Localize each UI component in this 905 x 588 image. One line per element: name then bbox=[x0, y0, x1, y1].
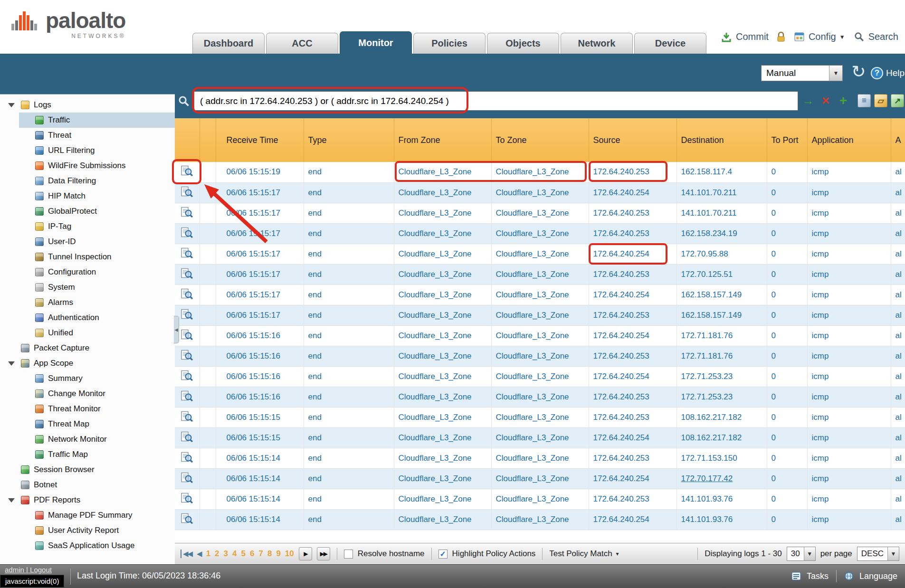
next-page-button[interactable]: ▶ bbox=[299, 547, 312, 560]
page-number-8[interactable]: 8 bbox=[267, 549, 272, 559]
log-detail-button[interactable] bbox=[175, 162, 200, 182]
sidebar-collapse-handle[interactable]: ◂ bbox=[174, 316, 179, 343]
cell-to-port[interactable]: 0 bbox=[767, 427, 807, 448]
tab-monitor[interactable]: Monitor bbox=[340, 31, 412, 54]
cell-source[interactable]: 172.64.240.254 bbox=[589, 244, 676, 264]
cell-destination[interactable]: 141.101.93.76 bbox=[676, 509, 767, 530]
cell-to-port[interactable]: 0 bbox=[767, 448, 807, 468]
page-number-4[interactable]: 4 bbox=[232, 549, 237, 559]
cell-type[interactable]: end bbox=[304, 448, 394, 468]
refresh-mode-select[interactable]: Manual ▼ bbox=[761, 65, 843, 81]
cell-to-port[interactable]: 0 bbox=[767, 387, 807, 407]
cell-application[interactable]: icmp bbox=[807, 489, 891, 509]
cell-to-zone[interactable]: Cloudflare_L3_Zone bbox=[491, 427, 589, 448]
cell-type[interactable]: end bbox=[304, 489, 394, 509]
cell-to-zone[interactable]: Cloudflare_L3_Zone bbox=[491, 509, 589, 530]
cell-action[interactable]: al bbox=[891, 264, 905, 285]
log-detail-button[interactable] bbox=[175, 387, 200, 407]
sidebar-item-threat[interactable]: Threat bbox=[0, 128, 175, 143]
column-header-destination[interactable]: Destination bbox=[676, 118, 767, 162]
log-filter-input[interactable] bbox=[194, 91, 798, 111]
per-page-select[interactable]: 30 ▼ bbox=[787, 547, 816, 561]
sidebar-item-system[interactable]: System bbox=[0, 280, 175, 295]
cell-to-port[interactable]: 0 bbox=[767, 366, 807, 387]
cell-action[interactable]: al bbox=[891, 223, 905, 244]
cell-to-zone[interactable]: Cloudflare_L3_Zone bbox=[491, 223, 589, 244]
sidebar-item-packet-capture[interactable]: Packet Capture bbox=[0, 341, 175, 356]
cell-to-zone[interactable]: Cloudflare_L3_Zone bbox=[491, 366, 589, 387]
cell-destination[interactable]: 172.71.181.76 bbox=[676, 346, 767, 366]
sidebar-item-session-browser[interactable]: Session Browser bbox=[0, 462, 175, 477]
expand-caret-icon[interactable] bbox=[8, 361, 15, 366]
cell-application[interactable]: icmp bbox=[807, 407, 891, 427]
cell-application[interactable]: icmp bbox=[807, 346, 891, 366]
cell-receive-time[interactable]: 06/06 15:15:17 bbox=[216, 182, 304, 203]
cell-receive-time[interactable]: 06/06 15:15:16 bbox=[216, 366, 304, 387]
cell-application[interactable]: icmp bbox=[807, 285, 891, 305]
cell-source[interactable]: 172.64.240.253 bbox=[589, 346, 676, 366]
cell-to-zone[interactable]: Cloudflare_L3_Zone bbox=[491, 244, 589, 264]
cell-receive-time[interactable]: 06/06 15:15:16 bbox=[216, 387, 304, 407]
sidebar-item-tunnel-inspection[interactable]: Tunnel Inspection bbox=[0, 249, 175, 265]
cell-source[interactable]: 172.64.240.253 bbox=[589, 223, 676, 244]
sidebar-item-traffic[interactable]: Traffic bbox=[0, 113, 175, 128]
page-number-10[interactable]: 10 bbox=[285, 549, 294, 559]
cell-to-zone[interactable]: Cloudflare_L3_Zone bbox=[491, 468, 589, 489]
save-filter-button[interactable]: ≡ bbox=[857, 94, 871, 107]
column-header-to-port[interactable]: To Port bbox=[767, 118, 807, 162]
cell-to-zone[interactable]: Cloudflare_L3_Zone bbox=[491, 325, 589, 346]
cell-application[interactable]: icmp bbox=[807, 223, 891, 244]
cell-receive-time[interactable]: 06/06 15:15:17 bbox=[216, 244, 304, 264]
column-header-to-zone[interactable]: To Zone bbox=[491, 118, 589, 162]
cell-destination[interactable]: 162.158.157.149 bbox=[676, 285, 767, 305]
cell-action[interactable]: al bbox=[891, 489, 905, 509]
cell-destination[interactable]: 108.162.217.182 bbox=[676, 407, 767, 427]
cell-to-zone[interactable]: Cloudflare_L3_Zone bbox=[491, 203, 589, 223]
cell-to-port[interactable]: 0 bbox=[767, 182, 807, 203]
lock-icon[interactable] bbox=[777, 31, 785, 42]
cell-action[interactable]: al bbox=[891, 387, 905, 407]
language-globe-icon[interactable] bbox=[844, 571, 854, 581]
log-detail-button[interactable] bbox=[175, 366, 200, 387]
test-policy-caret-icon[interactable]: ▾ bbox=[616, 550, 619, 557]
sidebar-item-user-activity-report[interactable]: User Activity Report bbox=[0, 523, 175, 538]
cell-to-port[interactable]: 0 bbox=[767, 346, 807, 366]
cell-type[interactable]: end bbox=[304, 203, 394, 223]
resolve-hostname-checkbox[interactable] bbox=[344, 550, 353, 559]
cell-receive-time[interactable]: 06/06 15:15:14 bbox=[216, 509, 304, 530]
cell-source[interactable]: 172.64.240.254 bbox=[589, 325, 676, 346]
cell-from-zone[interactable]: Cloudflare_L3_Zone bbox=[394, 468, 491, 489]
cell-to-zone[interactable]: Cloudflare_L3_Zone bbox=[491, 489, 589, 509]
tasks-icon[interactable] bbox=[791, 572, 801, 580]
cell-receive-time[interactable]: 06/06 15:15:17 bbox=[216, 305, 304, 325]
cell-application[interactable]: icmp bbox=[807, 366, 891, 387]
cell-application[interactable]: icmp bbox=[807, 305, 891, 325]
cell-from-zone[interactable]: Cloudflare_L3_Zone bbox=[394, 346, 491, 366]
cell-receive-time[interactable]: 06/06 15:15:17 bbox=[216, 223, 304, 244]
cell-from-zone[interactable]: Cloudflare_L3_Zone bbox=[394, 509, 491, 530]
test-policy-match-button[interactable]: Test Policy Match bbox=[549, 549, 612, 559]
cell-action[interactable]: al bbox=[891, 509, 905, 530]
column-header-receive-time[interactable]: Receive Time bbox=[216, 118, 304, 162]
search-icon[interactable] bbox=[854, 32, 864, 42]
cell-to-port[interactable]: 0 bbox=[767, 223, 807, 244]
cell-type[interactable]: end bbox=[304, 509, 394, 530]
cell-source[interactable]: 172.64.240.253 bbox=[589, 162, 676, 182]
sidebar-item-url-filtering[interactable]: URL Filtering bbox=[0, 143, 175, 158]
refresh-icon[interactable]: ↻ bbox=[848, 62, 868, 82]
help-icon[interactable]: ? bbox=[871, 67, 883, 79]
cell-from-zone[interactable]: Cloudflare_L3_Zone bbox=[394, 182, 491, 203]
commit-icon[interactable] bbox=[721, 32, 732, 42]
load-filter-button[interactable]: ▱ bbox=[874, 94, 887, 107]
cell-to-port[interactable]: 0 bbox=[767, 325, 807, 346]
cell-to-port[interactable]: 0 bbox=[767, 244, 807, 264]
cell-from-zone[interactable]: Cloudflare_L3_Zone bbox=[394, 305, 491, 325]
cell-to-port[interactable]: 0 bbox=[767, 407, 807, 427]
highlight-policy-actions-checkbox[interactable]: ✓ bbox=[438, 550, 448, 559]
add-filter-button[interactable]: + bbox=[836, 94, 850, 108]
cell-to-zone[interactable]: Cloudflare_L3_Zone bbox=[491, 305, 589, 325]
cell-receive-time[interactable]: 06/06 15:15:19 bbox=[216, 162, 304, 182]
cell-destination[interactable]: 172.70.177.42 bbox=[676, 468, 767, 489]
sidebar-item-change-monitor[interactable]: Change Monitor bbox=[0, 386, 175, 401]
cell-action[interactable]: al bbox=[891, 305, 905, 325]
